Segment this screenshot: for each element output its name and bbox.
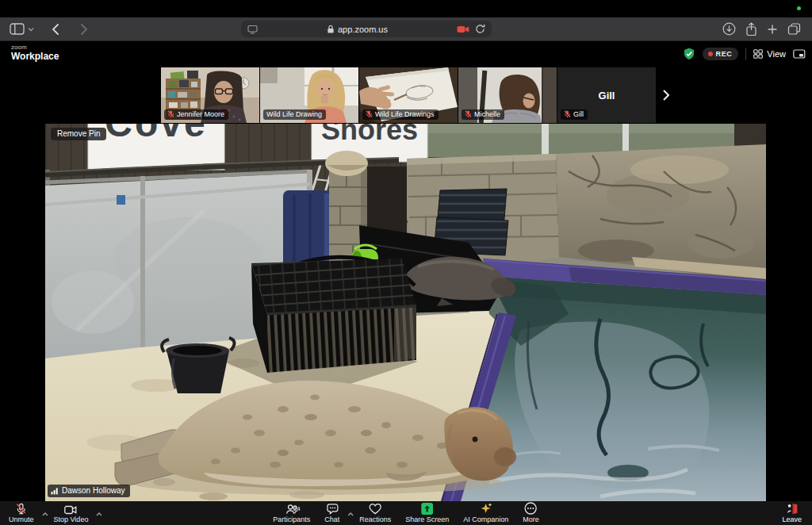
participant-name: Michelle (474, 110, 500, 118)
participant-tile-jennifer-moore[interactable]: Jennifer Moore (161, 67, 259, 123)
view-label: View (767, 49, 786, 59)
header-divider (745, 48, 746, 60)
participant-name: Gill (573, 110, 584, 118)
recording-dot (708, 52, 713, 56)
site-settings-icon[interactable] (247, 25, 258, 34)
remove-pin-button[interactable]: Remove Pin (51, 128, 106, 140)
unmute-button[interactable]: Unmute (2, 501, 47, 525)
share-screen-button[interactable]: Share Screen (398, 501, 456, 525)
recording-indicator: REC (703, 48, 739, 60)
participant-tile-wild-life-drawing[interactable]: Wild Life Drawing (260, 67, 358, 123)
participants-button[interactable]: 24 Participants (266, 501, 317, 525)
pinned-video-dawson-holloway[interactable]: Cove Shores (45, 124, 766, 501)
participant-tile-wild-life-drawings[interactable]: Wild Life Drawings (359, 67, 458, 123)
browser-toolbar: app.zoom.us (0, 17, 812, 41)
encryption-shield-icon[interactable] (683, 48, 695, 60)
meeting-control-bar: Unmute Stop Video 24 (0, 501, 812, 525)
tab-overview-icon[interactable] (787, 23, 801, 35)
sign-shores-text: Shores (321, 124, 418, 146)
address-bar[interactable]: app.zoom.us (241, 21, 492, 37)
brand-zoom: zoom (11, 44, 59, 51)
share-screen-icon (421, 503, 433, 515)
participant-name-badge: Gill (561, 109, 588, 120)
share-screen-label: Share Screen (405, 515, 449, 523)
reactions-label: Reactions (359, 515, 391, 523)
speaker-name: Dawson Holloway (62, 486, 124, 495)
audio-level-icon (51, 487, 59, 495)
pip-window-icon[interactable] (793, 48, 806, 59)
screen: app.zoom.us (0, 0, 812, 525)
participant-tile-gill[interactable]: Gill Gill (557, 67, 656, 123)
participants-label: Participants (273, 515, 310, 523)
participant-filmstrip: Jennifer Moore Wil (0, 67, 812, 124)
participant-name-badge: Wild Life Drawings (362, 109, 439, 120)
participant-name: Wild Life Drawings (375, 110, 435, 118)
recording-label: REC (716, 50, 733, 58)
unmute-label: Unmute (9, 515, 34, 523)
mic-muted-icon (366, 110, 373, 118)
stop-video-button[interactable]: Stop Video (47, 501, 102, 525)
zoom-workplace-logo: zoom Workplace (11, 44, 59, 61)
participant-name-badge: Michelle (462, 109, 504, 120)
participant-name-badge: Wild Life Drawing (263, 109, 326, 120)
ai-companion-icon (480, 502, 492, 515)
mic-muted-icon (465, 110, 472, 118)
video-options-caret[interactable] (96, 505, 102, 519)
mic-muted-icon (564, 110, 571, 118)
sidebar-toggle-icon[interactable] (10, 23, 25, 35)
ai-companion-label: AI Companion (463, 515, 508, 523)
new-tab-icon[interactable] (767, 24, 778, 35)
participant-name: Jennifer Moore (177, 110, 224, 118)
chat-button[interactable]: Chat (317, 501, 352, 525)
leave-button[interactable]: Leave (775, 501, 809, 525)
menu-bar (0, 0, 812, 17)
mic-muted-icon (167, 110, 174, 118)
participant-tile-michelle[interactable]: Michelle (458, 67, 557, 123)
reload-icon[interactable] (475, 24, 485, 34)
more-label: More (523, 515, 539, 523)
stop-video-label: Stop Video (54, 515, 89, 523)
active-speaker-badge: Dawson Holloway (48, 485, 130, 497)
view-button[interactable]: View (753, 49, 786, 59)
sidebar-chevron-down-icon[interactable] (28, 27, 34, 32)
share-icon[interactable] (745, 22, 757, 36)
next-participants-button[interactable] (660, 67, 672, 123)
reactions-button[interactable]: Reactions (352, 501, 398, 525)
camera-in-use-icon[interactable] (457, 25, 469, 33)
sign-cove-text: Cove (105, 124, 207, 144)
leave-label: Leave (782, 515, 802, 523)
forward-button[interactable] (80, 24, 88, 35)
heart-icon (369, 503, 381, 515)
downloads-icon[interactable] (722, 22, 736, 36)
chevron-right-icon (663, 90, 669, 101)
ai-companion-button[interactable]: AI Companion (456, 501, 515, 525)
sign-shores: Shores (312, 124, 427, 162)
url-text: app.zoom.us (338, 25, 388, 34)
more-button[interactable]: More (515, 501, 546, 525)
lock-icon (327, 25, 335, 34)
participant-name-badge: Jennifer Moore (164, 109, 228, 120)
sign-cove: Cove (88, 124, 224, 170)
seal-enclosure-scene: Cove Shores (45, 124, 766, 501)
leave-door-icon (786, 503, 799, 515)
more-ellipsis-icon (525, 502, 538, 515)
camera-active-indicator (797, 6, 801, 10)
back-button[interactable] (52, 24, 59, 35)
chat-label: Chat (324, 515, 339, 523)
video-camera-icon (64, 505, 77, 515)
participants-count-badge: 24 (293, 505, 301, 512)
chat-icon (326, 503, 339, 515)
mic-muted-icon (15, 503, 27, 515)
brand-workplace: Workplace (11, 52, 59, 61)
participant-name: Wild Life Drawing (266, 110, 322, 118)
rock-wall (556, 144, 766, 282)
meeting-header: zoom Workplace REC View (0, 41, 812, 67)
view-grid-icon (753, 49, 763, 59)
main-stage: Cove Shores (0, 124, 812, 501)
